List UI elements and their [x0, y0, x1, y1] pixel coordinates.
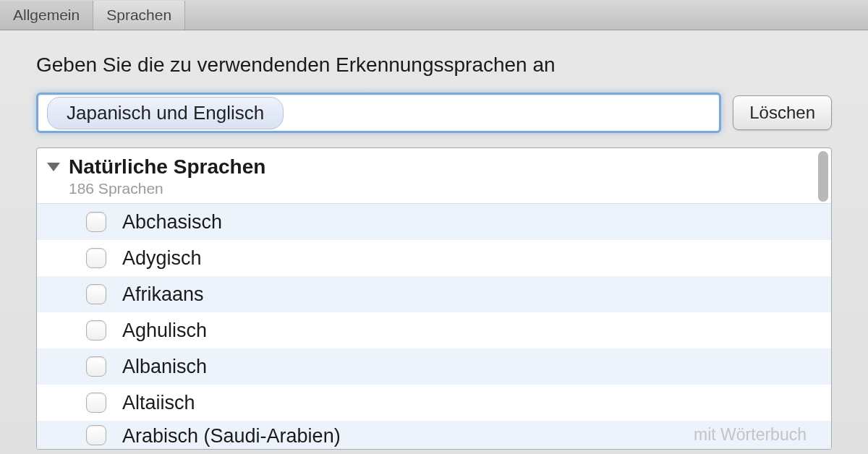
list-item[interactable]: Abchasisch: [37, 204, 831, 240]
language-name: Abchasisch: [122, 211, 222, 234]
group-title: Natürliche Sprachen: [69, 155, 265, 179]
scrollbar-thumb[interactable]: [818, 151, 828, 202]
content-area: Geben Sie die zu verwendenden Erkennungs…: [0, 30, 868, 450]
language-name: Altaiisch: [122, 392, 195, 414]
language-name: Arabisch (Saudi-Arabien): [122, 425, 341, 447]
list-item[interactable]: Arabisch (Saudi-Arabien) mit Wörterbuch: [37, 421, 831, 449]
language-checkbox[interactable]: [86, 320, 106, 340]
scrollbar[interactable]: [818, 151, 828, 446]
tab-general[interactable]: Allgemein: [0, 1, 93, 30]
search-token[interactable]: Japanisch und Englisch: [47, 97, 284, 129]
list-item[interactable]: Afrikaans: [37, 276, 831, 312]
group-header[interactable]: Natürliche Sprachen 186 Sprachen: [37, 148, 831, 204]
language-list: Natürliche Sprachen 186 Sprachen Abchasi…: [36, 147, 832, 450]
disclosure-triangle-icon[interactable]: [47, 163, 60, 171]
group-subtitle: 186 Sprachen: [69, 180, 265, 197]
language-checkbox[interactable]: [86, 248, 106, 268]
list-item[interactable]: Aghulisch: [37, 312, 831, 348]
language-checkbox[interactable]: [86, 425, 106, 445]
language-name: Aghulisch: [122, 320, 207, 342]
language-name: Albanisch: [122, 356, 207, 378]
list-item[interactable]: Altaiisch: [37, 385, 831, 421]
language-checkbox[interactable]: [86, 356, 106, 377]
language-name: Adygisch: [122, 247, 202, 270]
clear-button[interactable]: Löschen: [733, 95, 832, 130]
language-search-input[interactable]: Japanisch und Englisch: [36, 93, 721, 133]
language-checkbox[interactable]: [86, 212, 106, 232]
list-item[interactable]: Albanisch: [37, 348, 831, 385]
language-checkbox[interactable]: [86, 393, 106, 413]
search-row: Japanisch und Englisch Löschen: [36, 93, 832, 133]
language-hint: mit Wörterbuch: [694, 425, 821, 445]
tab-bar: Allgemein Sprachen: [0, 0, 868, 30]
list-item[interactable]: Adygisch: [37, 240, 831, 276]
instruction-label: Geben Sie die zu verwendenden Erkennungs…: [36, 53, 832, 77]
language-checkbox[interactable]: [86, 284, 106, 304]
tab-languages[interactable]: Sprachen: [93, 1, 185, 30]
language-name: Afrikaans: [122, 283, 204, 306]
